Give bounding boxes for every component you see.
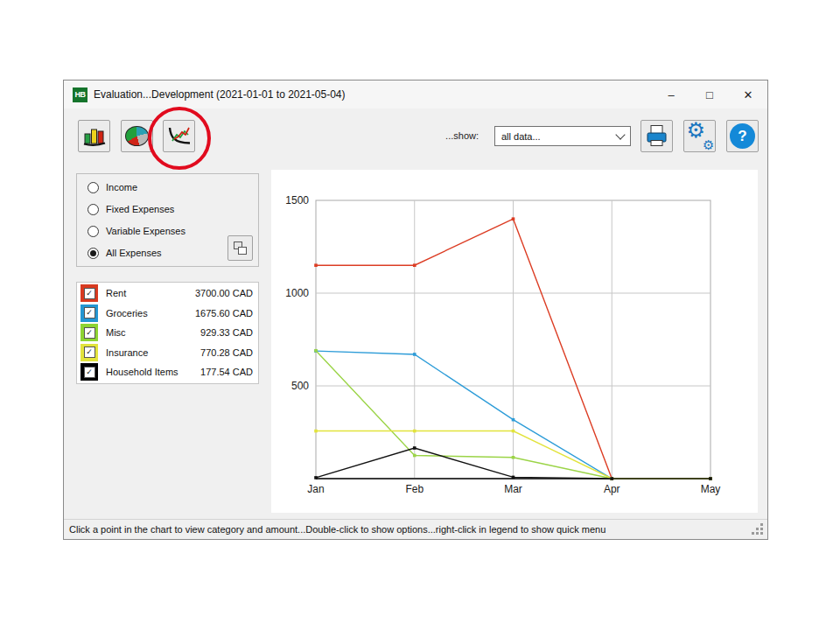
maximize-button[interactable]: □ [690,80,729,108]
resize-grip[interactable] [760,532,763,535]
legend-row-insurance[interactable]: Insurance 770.28 CAD [77,343,258,363]
svg-text:Mar: Mar [504,483,522,495]
legend-panel: Rent 3700.00 CAD Groceries 1675.60 CAD M… [76,282,259,384]
legend-row-groceries[interactable]: Groceries 1675.60 CAD [77,304,258,324]
help-button[interactable]: ? [726,120,759,152]
chart-panel: 50010001500JanFebMarAprMay [271,170,758,513]
category-filter-panel: Income Fixed Expenses Variable Expenses … [76,173,259,267]
print-button[interactable] [640,120,673,152]
radio-variable-expenses[interactable]: Variable Expenses [88,224,186,238]
checkbox-checked-icon[interactable] [84,327,95,339]
help-icon: ? [730,123,755,149]
radio-icon[interactable] [88,248,99,259]
pie-chart-button[interactable] [121,120,153,152]
checkbox-checked-icon[interactable] [84,288,95,299]
show-filter-label: ...show: [405,125,479,146]
svg-text:Apr: Apr [604,483,620,495]
color-swatch [80,324,98,341]
dropdown-selected-value: all data... [501,131,617,142]
color-swatch [80,284,98,302]
homebank-evaluation-window: HB Evaluation...Development (2021-01-01 … [63,80,768,540]
app-icon: HB [73,88,88,102]
radio-label: All Expenses [106,248,162,258]
toggle-selection-button[interactable] [228,235,253,261]
color-swatch [80,344,98,361]
radio-icon[interactable] [88,204,99,215]
legend-row-household-items[interactable]: Household Items 177.54 CAD [77,362,258,382]
radio-label: Income [106,182,137,192]
legend-row-misc[interactable]: Misc 929.33 CAD [77,323,258,343]
line-chart-button[interactable] [163,120,195,152]
pie-chart-icon [125,126,149,146]
close-button[interactable]: ✕ [729,80,767,108]
legend-amount: 177.54 CAD [200,367,253,377]
settings-button[interactable]: ⚙⚙ [683,120,716,152]
legend-amount: 3700.00 CAD [195,288,253,298]
show-filter-dropdown[interactable]: all data... [494,126,631,146]
legend-label: Misc [106,327,192,338]
status-text: Click a point in the chart to view categ… [69,524,606,535]
bar-chart-icon [82,125,107,148]
window-title: Evaluation...Development (2021-01-01 to … [94,88,346,101]
color-swatch [80,363,98,381]
overlapping-squares-icon [232,240,248,256]
gears-icon: ⚙⚙ [687,123,713,150]
radio-icon[interactable] [88,182,99,193]
radio-label: Variable Expenses [106,226,186,236]
bar-chart-button[interactable] [78,120,110,152]
checkbox-checked-icon[interactable] [84,307,95,318]
svg-text:1000: 1000 [285,287,309,299]
title-bar[interactable]: HB Evaluation...Development (2021-01-01 … [64,80,767,108]
legend-amount: 1675.60 CAD [195,308,253,318]
desktop-background: HB Evaluation...Development (2021-01-01 … [0,0,840,630]
radio-all-expenses[interactable]: All Expenses [88,246,162,260]
radio-income[interactable]: Income [88,180,137,194]
legend-label: Household Items [106,367,192,377]
legend-row-rent[interactable]: Rent 3700.00 CAD [77,284,258,304]
svg-text:May: May [701,483,721,495]
checkbox-checked-icon[interactable] [84,367,95,378]
checkbox-checked-icon[interactable] [84,346,95,358]
legend-amount: 770.28 CAD [200,347,253,358]
chevron-down-icon [615,130,625,139]
legend-label: Rent [106,288,187,298]
svg-text:1500: 1500 [285,194,309,206]
minimize-button[interactable]: – [652,80,690,108]
svg-text:Jan: Jan [307,483,324,495]
radio-fixed-expenses[interactable]: Fixed Expenses [88,202,174,216]
status-bar: Click a point in the chart to view categ… [64,519,767,539]
svg-text:Feb: Feb [405,483,424,495]
legend-label: Insurance [106,347,192,358]
window-controls: – □ ✕ [652,80,767,108]
radio-icon[interactable] [88,226,99,237]
line-chart-icon [167,125,192,148]
legend-amount: 929.33 CAD [200,327,253,338]
legend-label: Groceries [106,308,187,318]
radio-label: Fixed Expenses [106,204,174,214]
svg-text:500: 500 [291,380,309,392]
color-swatch [80,304,98,322]
expense-line-chart[interactable]: 50010001500JanFebMarAprMay [271,170,758,513]
printer-icon [644,123,669,149]
